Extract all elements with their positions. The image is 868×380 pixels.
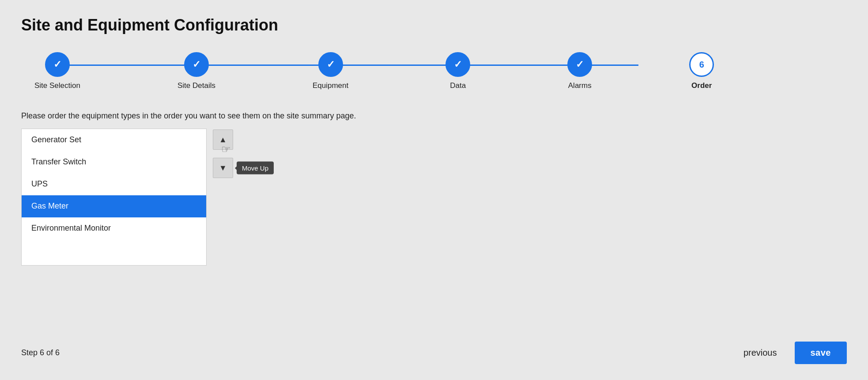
step-1-circle: ✓: [45, 52, 70, 77]
step-4-label: Data: [450, 81, 466, 90]
step-1-label: Site Selection: [34, 81, 80, 90]
step-6-circle: 6: [689, 52, 714, 77]
move-down-button[interactable]: ▼: [213, 158, 233, 178]
list-item[interactable]: UPS: [22, 173, 206, 195]
step-6-symbol: 6: [699, 60, 704, 70]
instruction-text: Please order the equipment types in the …: [21, 111, 847, 121]
step-3: ✓ Equipment: [313, 52, 348, 90]
step-5-label: Alarms: [568, 81, 592, 90]
previous-button[interactable]: previous: [733, 342, 788, 364]
move-down-wrapper: ▼ Move Up: [213, 158, 233, 178]
step-4-symbol: ✓: [454, 59, 462, 70]
step-5-symbol: ✓: [576, 59, 584, 70]
equipment-list[interactable]: Generator Set Transfer Switch UPS Gas Me…: [21, 129, 207, 266]
step-3-label: Equipment: [313, 81, 348, 90]
move-up-tooltip: Move Up: [237, 162, 274, 175]
list-item-selected[interactable]: Gas Meter: [22, 195, 206, 217]
list-controls: Generator Set Transfer Switch UPS Gas Me…: [21, 129, 847, 266]
step-3-circle: ✓: [318, 52, 343, 77]
list-item[interactable]: Environmental Monitor: [22, 217, 206, 239]
page-title: Site and Equipment Configuration: [21, 16, 847, 34]
step-3-symbol: ✓: [327, 59, 335, 70]
step-2-circle: ✓: [184, 52, 209, 77]
step-1: ✓ Site Selection: [34, 52, 80, 90]
move-up-button[interactable]: ▲ ☞: [213, 129, 233, 150]
step-2-label: Site Details: [177, 81, 215, 90]
step-6-label: Order: [691, 81, 712, 90]
stepper: ✓ Site Selection ✓ Site Details ✓ Equipm…: [21, 52, 847, 90]
step-counter: Step 6 of 6: [21, 348, 60, 357]
step-5-circle: ✓: [567, 52, 592, 77]
step-4-circle: ✓: [445, 52, 470, 77]
save-button[interactable]: save: [795, 342, 847, 364]
step-4: ✓ Data: [445, 52, 470, 90]
content-section: Please order the equipment types in the …: [21, 111, 847, 327]
step-6: 6 Order: [689, 52, 714, 90]
step-2: ✓ Site Details: [177, 52, 215, 90]
step-2-symbol: ✓: [192, 59, 200, 70]
step-1-symbol: ✓: [53, 59, 61, 70]
move-up-wrapper: ▲ ☞: [213, 129, 233, 150]
list-item[interactable]: Generator Set: [22, 129, 206, 151]
arrow-buttons: ▲ ☞ ▼ Move Up: [213, 129, 233, 178]
step-5: ✓ Alarms: [567, 52, 592, 90]
footer-buttons: previous save: [733, 342, 847, 364]
list-item[interactable]: Transfer Switch: [22, 151, 206, 173]
footer: Step 6 of 6 previous save: [21, 327, 847, 364]
